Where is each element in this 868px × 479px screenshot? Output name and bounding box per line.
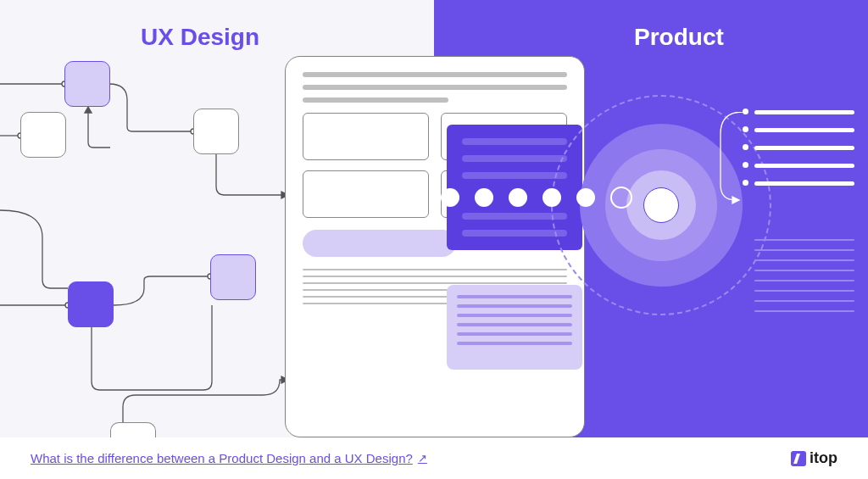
- feature-line: [754, 110, 854, 114]
- svg-marker-7: [85, 107, 92, 113]
- brand-name: itop: [810, 449, 837, 467]
- dot: [509, 188, 527, 207]
- thin-line: [754, 280, 854, 281]
- dot: [475, 188, 493, 207]
- brand-icon: [791, 451, 806, 466]
- wireframe-line: [303, 97, 448, 103]
- thin-line: [754, 239, 854, 241]
- svg-marker-8: [732, 197, 739, 203]
- flow-node-filled: [68, 281, 114, 327]
- dot: [576, 188, 595, 207]
- flow-node: [193, 109, 239, 154]
- flow-node-highlighted: [210, 254, 256, 300]
- wireframe-cell: [303, 113, 429, 160]
- feature-curve: [717, 112, 768, 214]
- feature-line: [754, 181, 854, 186]
- feature-line: [754, 164, 854, 168]
- wireframe-line: [303, 72, 567, 77]
- wireframe-cell: [303, 170, 429, 218]
- product-mini-line: [457, 342, 572, 345]
- footer-link[interactable]: What is the difference between a Product…: [31, 451, 427, 465]
- dot-chain: [441, 187, 632, 209]
- wireframe-thin: [303, 269, 567, 270]
- wireframe-pill: [303, 230, 456, 257]
- thin-line: [754, 259, 854, 261]
- dot: [441, 188, 459, 207]
- thin-line: [754, 270, 854, 271]
- footer-link-text: What is the difference between a Product…: [31, 451, 413, 465]
- brand-logo: itop: [791, 449, 837, 467]
- heading-product: Product: [634, 24, 724, 51]
- dot-outline: [610, 187, 632, 209]
- radar-center: [643, 187, 679, 223]
- thin-line: [754, 249, 854, 251]
- product-mini-line: [457, 332, 572, 336]
- wireframe-thin: [303, 276, 567, 277]
- feature-thin-lines: [754, 239, 856, 320]
- footer: What is the difference between a Product…: [0, 437, 868, 479]
- thin-line: [754, 310, 854, 312]
- external-link-icon: ↗: [418, 452, 427, 465]
- feature-line: [754, 146, 854, 150]
- product-mini-line: [457, 323, 572, 326]
- wireframe-line: [303, 85, 567, 90]
- wireframe-thin: [303, 282, 567, 284]
- flow-node: [20, 112, 66, 158]
- thin-line: [754, 290, 854, 292]
- feature-line: [754, 128, 854, 132]
- thin-line: [754, 300, 854, 302]
- feature-lines: [754, 110, 856, 199]
- flow-node-highlighted: [64, 61, 110, 107]
- flow-connectors: [0, 0, 288, 437]
- dot: [542, 188, 561, 207]
